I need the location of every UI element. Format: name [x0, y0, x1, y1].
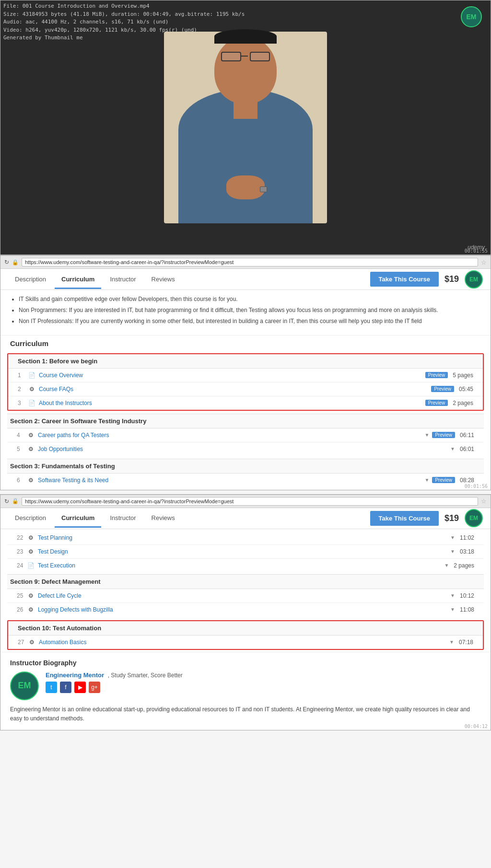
- refresh-icon[interactable]: ↻: [4, 259, 9, 266]
- gear-icon-27: ⚙: [27, 639, 36, 646]
- dropdown-arrow-26[interactable]: ▼: [450, 607, 455, 612]
- dropdown-arrow-4[interactable]: ▼: [424, 432, 429, 438]
- item-title-25[interactable]: Defect Life Cycle: [38, 592, 449, 599]
- video-timestamp: 00:01:55: [465, 248, 488, 254]
- social-icons: t f ▶ g+: [46, 682, 481, 693]
- item-title-24[interactable]: Test Execution: [38, 562, 443, 569]
- bookmark-icon[interactable]: ☆: [481, 259, 487, 266]
- social-youtube-icon[interactable]: ▶: [74, 682, 86, 693]
- dropdown-arrow-24[interactable]: ▼: [444, 563, 449, 568]
- desc-item-2: Non Programmers: If you are interested i…: [19, 306, 481, 315]
- dropdown-arrow-5[interactable]: ▼: [450, 446, 455, 451]
- timestamp-2: 00:04:12: [465, 724, 488, 729]
- tab-reviews-1[interactable]: Reviews: [145, 270, 182, 289]
- tab-instructor-2[interactable]: Instructor: [103, 509, 142, 528]
- curriculum-item-6: 6 ⚙ Software Testing & its Need ▼ Previe…: [7, 474, 484, 487]
- bio-name[interactable]: Engineering Mentor: [46, 671, 104, 679]
- bio-text: Engineering Mentor is an online educatio…: [10, 705, 481, 723]
- item-title-23[interactable]: Test Design: [38, 548, 449, 555]
- dropdown-arrow-6[interactable]: ▼: [424, 477, 429, 483]
- refresh-icon-2[interactable]: ↻: [4, 498, 9, 505]
- curriculum-item-24: 24 📄 Test Execution ▼ 2 pages: [7, 559, 484, 572]
- item-duration-5: 06:01: [460, 446, 474, 452]
- em-logo-nav-2: EM: [465, 509, 483, 527]
- bio-info: Engineering Mentor , Study Smarter, Scor…: [46, 671, 481, 693]
- price-label-2: $19: [444, 513, 459, 523]
- description-section: IT Skills and gain competitive edge over…: [0, 290, 491, 333]
- description-list: IT Skills and gain competitive edge over…: [10, 295, 481, 326]
- bio-tagline: , Study Smarter, Score Better: [108, 672, 183, 679]
- section-3-container: Section 3: Fundamentals of Testing 6 ⚙ S…: [7, 459, 484, 487]
- dropdown-arrow-22[interactable]: ▼: [450, 535, 455, 540]
- gear-icon-22: ⚙: [26, 534, 35, 541]
- item-title-22[interactable]: Test Planning: [38, 534, 449, 541]
- tab-reviews-2[interactable]: Reviews: [145, 509, 182, 528]
- price-label-1: $19: [444, 274, 459, 284]
- instructor-biography: Instructor Biography EM Engineering Ment…: [0, 652, 491, 730]
- curriculum-item-23: 23 ⚙ Test Design ▼ 03:18: [7, 545, 484, 559]
- gear-icon-4: ⚙: [26, 432, 35, 439]
- curriculum-item-22: 22 ⚙ Test Planning ▼ 11:02: [7, 531, 484, 545]
- curriculum-item-4: 4 ⚙ Career paths for QA Testers ▼ Previe…: [7, 428, 484, 442]
- dropdown-arrow-25[interactable]: ▼: [450, 593, 455, 598]
- item-duration-1: 5 pages: [453, 372, 473, 379]
- take-course-button-1[interactable]: Take This Course: [370, 272, 439, 287]
- section-2-header: Section 2: Career in Software Testing In…: [7, 414, 484, 428]
- item-duration-3: 2 pages: [453, 400, 473, 406]
- url-bar-2[interactable]: https://www.udemy.com/software-testing-a…: [22, 497, 478, 506]
- social-gplus-icon[interactable]: g+: [89, 682, 100, 693]
- tab-description-2[interactable]: Description: [8, 509, 53, 528]
- section-9-header: Section 9: Defect Management: [7, 574, 484, 589]
- url-bar-1[interactable]: https://www.udemy.com/software-testing-a…: [22, 258, 478, 266]
- curriculum-item-1: 1 📄 Course Overview Preview 5 pages: [8, 369, 483, 382]
- item-title-5[interactable]: Job Opportunities: [38, 446, 449, 452]
- dropdown-arrow-23[interactable]: ▼: [450, 549, 455, 554]
- tab-description-1[interactable]: Description: [8, 270, 53, 289]
- tab-instructor-1[interactable]: Instructor: [103, 270, 142, 289]
- item-title-4[interactable]: Career paths for QA Testers: [38, 432, 423, 439]
- item-duration-2: 05:45: [459, 386, 473, 393]
- desc-item-1: IT Skills and gain competitive edge over…: [19, 295, 481, 304]
- item-duration-24: 2 pages: [454, 562, 474, 569]
- preview-badge-4[interactable]: Preview: [432, 432, 455, 438]
- tab-curriculum-2[interactable]: Curriculum: [55, 509, 101, 528]
- section-1-header: Section 1: Before we begin: [8, 354, 483, 369]
- item-title-1[interactable]: Course Overview: [39, 372, 422, 379]
- item-title-26[interactable]: Logging Defects with Bugzilla: [38, 606, 449, 613]
- dropdown-arrow-27[interactable]: ▼: [449, 639, 454, 645]
- curriculum-item-5: 5 ⚙ Job Opportunities ▼ 06:01: [7, 442, 484, 456]
- curriculum-heading: Curriculum: [0, 335, 491, 351]
- curriculum-item-2: 2 ⚙ Course FAQs Preview 05:45: [8, 382, 483, 396]
- preview-badge-3[interactable]: Preview: [425, 400, 448, 406]
- preview-badge-6[interactable]: Preview: [432, 477, 455, 483]
- test-mgmt-container: 22 ⚙ Test Planning ▼ 11:02 23 ⚙ Test Des…: [7, 531, 484, 572]
- doc-icon-1: 📄: [27, 372, 36, 379]
- take-course-button-2[interactable]: Take This Course: [370, 511, 439, 526]
- preview-badge-2[interactable]: Preview: [431, 386, 454, 392]
- item-title-6[interactable]: Software Testing & its Need: [38, 477, 423, 484]
- gear-icon-23: ⚙: [26, 548, 35, 555]
- item-duration-6: 08:28: [460, 477, 474, 484]
- tab-curriculum-1[interactable]: Curriculum: [55, 270, 101, 289]
- section-10-header: Section 10: Test Automation: [8, 621, 483, 636]
- social-twitter-icon[interactable]: t: [46, 682, 57, 693]
- instructor-bio-title: Instructor Biography: [10, 659, 481, 667]
- bio-logo: EM: [10, 671, 39, 700]
- gear-icon-6: ⚙: [26, 477, 35, 484]
- bookmark-icon-2[interactable]: ☆: [481, 498, 487, 505]
- preview-badge-1[interactable]: Preview: [425, 372, 448, 378]
- item-title-2[interactable]: Course FAQs: [39, 386, 428, 393]
- item-title-27[interactable]: Automation Basics: [39, 639, 448, 646]
- item-duration-25: 10:12: [460, 592, 474, 599]
- nav-tabs-1: Description Curriculum Instructor Review…: [0, 269, 491, 290]
- item-duration-23: 03:18: [460, 548, 474, 555]
- doc-icon-24: 📄: [26, 562, 35, 569]
- section-1-box: Section 1: Before we begin 1 📄 Course Ov…: [7, 353, 484, 411]
- lock-icon: 🔒: [12, 259, 19, 266]
- instructor-bio-row: EM Engineering Mentor , Study Smarter, S…: [10, 671, 481, 700]
- social-facebook-icon[interactable]: f: [60, 682, 71, 693]
- item-title-3[interactable]: About the Instructors: [39, 400, 422, 406]
- curriculum-item-3: 3 📄 About the Instructors Preview 2 page…: [8, 396, 483, 410]
- timestamp-1: 00:01:56: [465, 484, 488, 489]
- browser-bar-1: ↻ 🔒 https://www.udemy.com/software-testi…: [0, 255, 491, 269]
